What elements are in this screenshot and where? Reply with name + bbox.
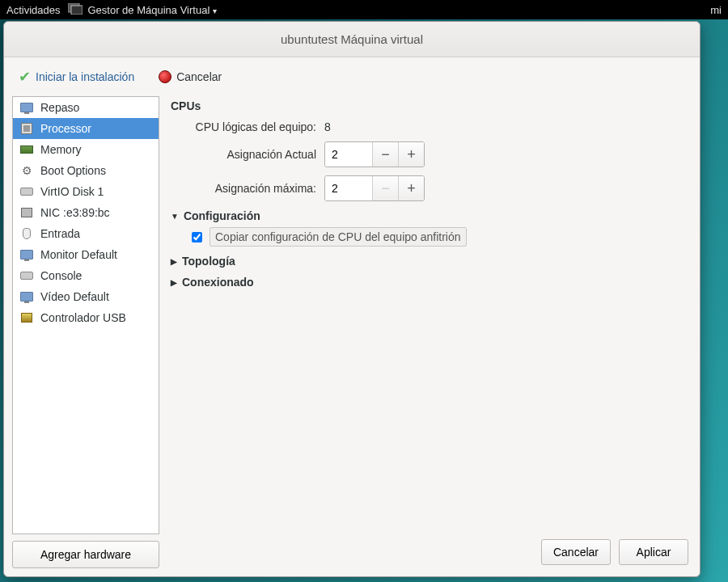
- chevron-down-icon: ▾: [213, 6, 217, 15]
- topology-expander[interactable]: ▶ Topología: [171, 255, 692, 268]
- copy-host-cpu-label: Copiar configuración de CPU del equipo a…: [210, 227, 467, 247]
- max-alloc-label: Asignación máxima:: [171, 182, 316, 195]
- cpu-icon: [19, 122, 34, 135]
- footer-buttons: Cancelar Aplicar: [171, 534, 692, 568]
- triangle-down-icon: ▼: [171, 212, 179, 221]
- svg-rect-1: [71, 6, 83, 15]
- sidebar-item-label: Entrada: [40, 227, 80, 240]
- begin-installation-button[interactable]: ✔ Iniciar la instalación: [14, 65, 139, 89]
- sidebar-item-label: Console: [40, 269, 82, 282]
- sidebar-item-processor[interactable]: Processor: [13, 118, 159, 139]
- triangle-right-icon: ▶: [171, 278, 177, 287]
- sidebar-item-label: Controlador USB: [40, 311, 126, 324]
- logical-cpus-label: CPU lógicas del equipo:: [171, 120, 316, 133]
- connections-expander[interactable]: ▶ Conexionado: [171, 276, 692, 289]
- sidebar-item-label: Memory: [40, 143, 82, 156]
- max-alloc-minus: −: [372, 176, 398, 200]
- cpu-panel: CPUs CPU lógicas del equipo: 8 Asignació…: [171, 96, 692, 534]
- sidebar-item-label: VirtIO Disk 1: [40, 185, 104, 198]
- usb-icon: [19, 311, 34, 324]
- vm-settings-window: ubuntutest Máquina virtual ✔ Iniciar la …: [3, 21, 700, 577]
- sidebar-item-memory[interactable]: Memory: [13, 139, 159, 160]
- begin-installation-label: Iniciar la instalación: [36, 70, 134, 83]
- sidebar-item-console[interactable]: Console: [13, 265, 159, 286]
- sidebar-item-label: Processor: [40, 122, 91, 135]
- max-alloc-spinner[interactable]: − +: [324, 175, 425, 201]
- check-icon: ✔: [19, 68, 31, 86]
- gear-icon: ⚙: [19, 164, 34, 177]
- sidebar-item-controlador-usb[interactable]: Controlador USB: [13, 307, 159, 328]
- copy-host-cpu-checkbox[interactable]: [192, 232, 202, 242]
- app-menu[interactable]: Gestor de Máquina Virtual▾: [87, 4, 217, 16]
- cancel-install-label: Cancelar: [176, 70, 222, 83]
- monitor-icon: [19, 101, 34, 114]
- configuration-heading: Configuración: [184, 209, 260, 222]
- max-alloc-plus[interactable]: +: [398, 176, 424, 200]
- max-alloc-input[interactable]: [325, 176, 372, 200]
- sidebar-item-entrada[interactable]: Entrada: [13, 223, 159, 244]
- current-alloc-minus[interactable]: −: [372, 142, 398, 167]
- sidebar-item-repaso[interactable]: Repaso: [13, 97, 159, 118]
- sidebar-item-label: NIC :e3:89:bc: [40, 206, 110, 219]
- current-alloc-spinner[interactable]: − +: [324, 141, 425, 167]
- cpus-heading: CPUs: [171, 99, 692, 112]
- sidebar-item-virtio-disk-1[interactable]: VirtIO Disk 1: [13, 181, 159, 202]
- connections-heading: Conexionado: [182, 276, 254, 289]
- activities-button[interactable]: Actividades: [6, 4, 60, 16]
- sidebar-item-label: Repaso: [40, 101, 79, 114]
- current-alloc-plus[interactable]: +: [398, 142, 424, 167]
- sidebar-item-boot-options[interactable]: ⚙Boot Options: [13, 160, 159, 181]
- apply-button[interactable]: Aplicar: [619, 539, 688, 565]
- monitor-icon: [19, 248, 34, 261]
- sidebar-item-label: Monitor Default: [40, 248, 117, 261]
- app-icon: [68, 3, 83, 17]
- window-title: ubuntutest Máquina virtual: [281, 32, 423, 46]
- current-alloc-input[interactable]: [325, 142, 372, 167]
- configuration-expander[interactable]: ▼ Configuración: [171, 209, 692, 222]
- current-alloc-label: Asignación Actual: [171, 148, 316, 161]
- window-titlebar: ubuntutest Máquina virtual: [4, 22, 700, 57]
- disk-icon: [19, 185, 34, 198]
- toolbar: ✔ Iniciar la instalación Cancelar: [4, 57, 700, 96]
- stop-icon: [159, 70, 171, 83]
- sidebar-item-v-deo-default[interactable]: Vídeo Default: [13, 286, 159, 307]
- add-hardware-button[interactable]: Agregar hardware: [12, 541, 159, 568]
- sidebar-item-nic-e3-89-bc[interactable]: NIC :e3:89:bc: [13, 202, 159, 223]
- sidebar-item-label: Boot Options: [40, 164, 106, 177]
- disk-icon: [19, 269, 34, 282]
- cancel-button[interactable]: Cancelar: [541, 539, 611, 565]
- monitor-icon: [19, 290, 34, 303]
- topology-heading: Topología: [182, 255, 235, 268]
- gnome-topbar: Actividades Gestor de Máquina Virtual▾ m…: [0, 0, 728, 19]
- nic-icon: [19, 206, 34, 219]
- logical-cpus-value: 8: [324, 120, 331, 133]
- hardware-sidebar: RepasoProcessorMemory⚙Boot OptionsVirtIO…: [12, 96, 159, 534]
- cancel-install-button[interactable]: Cancelar: [154, 67, 226, 86]
- mouse-icon: [19, 227, 34, 240]
- mem-icon: [19, 143, 34, 156]
- sidebar-item-monitor-default[interactable]: Monitor Default: [13, 244, 159, 265]
- sidebar-item-label: Vídeo Default: [40, 290, 109, 303]
- topbar-right: mi: [710, 4, 722, 16]
- triangle-right-icon: ▶: [171, 257, 177, 266]
